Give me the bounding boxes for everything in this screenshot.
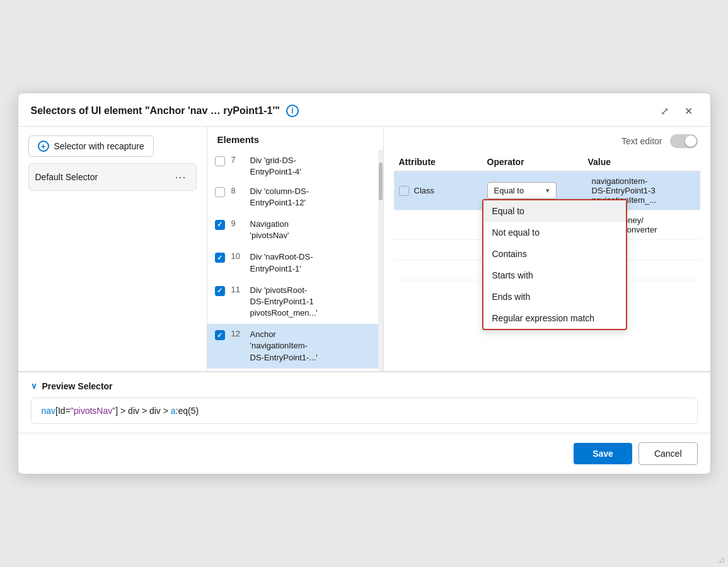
element-checkbox[interactable]: [215, 156, 225, 166]
operator-dropdown[interactable]: Equal to ▾: [487, 182, 557, 199]
selector-item-label: Default Selector: [35, 172, 98, 182]
text-editor-toggle[interactable]: [670, 134, 698, 148]
list-item[interactable]: ✓ 10 Div 'navRoot-DS-EntryPoint1-1': [207, 246, 383, 279]
code-selector-chain: ] > div > div >: [115, 406, 171, 416]
expand-button[interactable]: ⤢: [656, 102, 674, 120]
add-selector-button[interactable]: + Selector with recapture: [28, 135, 154, 157]
list-item[interactable]: ✓ 9 Navigation'pivotsNav': [207, 214, 383, 246]
elements-header: Elements: [207, 127, 383, 150]
text-editor-label: Text editor: [621, 136, 662, 146]
table-header: Attribute Operator Value: [394, 153, 700, 171]
plus-icon: +: [38, 140, 49, 152]
preview-label: Preview Selector: [42, 381, 113, 391]
scroll-thumb: [379, 163, 383, 200]
element-checkbox[interactable]: ✓: [215, 220, 225, 230]
operator-dropdown-menu: Equal to Not equal to Contains Starts wi…: [482, 199, 627, 330]
list-item-selected[interactable]: ✓ 12 Anchor'navigationItem-DS-EntryPoint…: [207, 324, 383, 369]
info-icon[interactable]: i: [286, 105, 299, 117]
code-eq-close: ): [196, 406, 199, 416]
selector-menu-button[interactable]: ⋯: [171, 169, 190, 185]
dropdown-option-contains[interactable]: Contains: [483, 243, 626, 265]
default-selector-item[interactable]: Default Selector ⋯: [28, 163, 197, 191]
dialog-footer: Save Cancel: [18, 433, 710, 474]
left-panel: + Selector with recapture Default Select…: [18, 127, 207, 371]
titlebar: Selectors of UI element "Anchor 'nav … r…: [18, 93, 710, 127]
cancel-button[interactable]: Cancel: [638, 442, 698, 465]
save-button[interactable]: Save: [574, 443, 632, 464]
element-checkbox[interactable]: ✓: [215, 286, 225, 296]
operator-cell: Equal to ▾: [487, 182, 588, 199]
list-item[interactable]: ✓ 11 Div 'pivotsRoot-DS-EntryPoint1-1piv…: [207, 280, 383, 324]
attribute-name: Class: [414, 186, 435, 195]
right-panel: Text editor Attribute Operator Value: [384, 127, 710, 371]
toggle-thumb: [685, 135, 696, 147]
attribute-column-header: Attribute: [399, 157, 487, 167]
dropdown-option-not-equal[interactable]: Not equal to: [483, 222, 626, 243]
list-item[interactable]: 7 Div 'grid-DS-EntryPoint1-4': [207, 152, 383, 180]
code-anchor: a: [171, 406, 176, 416]
dialog-body: + Selector with recapture Default Select…: [18, 127, 710, 433]
middle-panel: Elements 7 Div 'grid-DS-EntryPoint1-4' 8…: [207, 127, 384, 371]
preview-header[interactable]: ∨ Preview Selector: [31, 381, 698, 391]
chevron-down-icon: ▾: [546, 186, 550, 195]
right-panel-header: Text editor: [384, 127, 710, 153]
dialog-title-text: Selectors of UI element "Anchor 'nav … r…: [31, 105, 280, 117]
attribute-cell: Class: [399, 186, 487, 196]
titlebar-actions: ⤢ ✕: [656, 102, 698, 120]
elements-list-container: 7 Div 'grid-DS-EntryPoint1-4' 8 Div 'col…: [207, 150, 383, 371]
dropdown-option-regex[interactable]: Regular expression match: [483, 307, 626, 329]
close-button[interactable]: ✕: [680, 102, 698, 120]
element-checkbox[interactable]: ✓: [215, 253, 225, 263]
value-column-header: Value: [588, 157, 695, 167]
code-eq-open: :eq(: [176, 406, 191, 416]
element-checkbox[interactable]: ✓: [215, 330, 225, 340]
preview-box: nav[Id="pivotsNav"] > div > div > a:eq(5…: [31, 398, 698, 424]
operator-column-header: Operator: [487, 157, 588, 167]
list-item[interactable]: 8 Div 'column-DS-EntryPoint1-12': [207, 181, 383, 214]
dialog: Selectors of UI element "Anchor 'nav … r…: [18, 93, 711, 474]
dialog-title: Selectors of UI element "Anchor 'nav … r…: [31, 105, 299, 117]
dropdown-option-starts-with[interactable]: Starts with: [483, 265, 626, 286]
selected-operator: Equal to: [494, 186, 524, 195]
attribute-row: Class Equal to ▾ navigationItem-DS-Entry…: [394, 171, 700, 210]
code-number: 5: [191, 406, 196, 416]
preview-section: ∨ Preview Selector nav[Id="pivotsNav"] >…: [18, 372, 710, 433]
code-bracket-open: [Id=: [55, 406, 71, 416]
elements-list: 7 Div 'grid-DS-EntryPoint1-4' 8 Div 'col…: [207, 150, 383, 371]
attr-row-checkbox[interactable]: [399, 186, 409, 196]
top-content: + Selector with recapture Default Select…: [18, 127, 710, 372]
code-string: "pivotsNav": [71, 406, 115, 416]
element-checkbox[interactable]: [215, 187, 225, 197]
preview-chevron-icon: ∨: [31, 381, 37, 391]
attributes-table: Attribute Operator Value Class Equal to: [384, 153, 710, 371]
dropdown-option-equal-to[interactable]: Equal to: [483, 200, 626, 222]
code-nav: nav: [42, 406, 56, 416]
add-selector-label: Selector with recapture: [54, 141, 144, 151]
preview-code: nav[Id="pivotsNav"] > div > div > a:eq(5…: [42, 406, 199, 416]
scrollbar[interactable]: [378, 150, 383, 371]
dropdown-option-ends-with[interactable]: Ends with: [483, 286, 626, 307]
